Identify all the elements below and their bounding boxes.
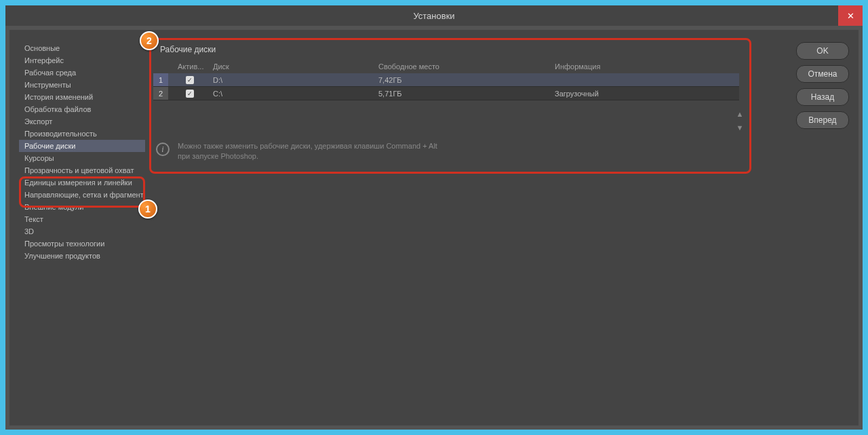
back-button[interactable]: Назад xyxy=(796,88,849,106)
sidebar-item-guides[interactable]: Направляющие, сетка и фрагменты xyxy=(19,189,145,201)
reorder-arrows: ▲ ▼ xyxy=(735,110,745,133)
table-row[interactable]: 2 ✓ C:\ 5,71ГБ Загрузочный xyxy=(153,87,739,100)
sidebar-item-transparency[interactable]: Прозрачность и цветовой охват xyxy=(19,164,145,176)
note-line: Можно также изменить рабочие диски, удер… xyxy=(178,141,437,151)
sidebar-item-type[interactable]: Текст xyxy=(19,213,145,225)
row-info: Загрузочный xyxy=(555,90,739,98)
row-number: 1 xyxy=(153,73,168,86)
header-info[interactable]: Информация xyxy=(555,62,739,71)
sidebar-item-product-improvement[interactable]: Улучшение продуктов xyxy=(19,250,145,262)
header-active[interactable]: Актив... xyxy=(168,62,202,71)
sidebar-item-performance[interactable]: Производительность xyxy=(19,128,145,140)
scratch-disks-panel: Рабочие диски Актив... Диск Свободное ме… xyxy=(153,42,788,100)
sidebar-item-history[interactable]: История изменений xyxy=(19,91,145,103)
row-free: 5,71ГБ xyxy=(378,90,555,98)
sidebar-item-3d[interactable]: 3D xyxy=(19,225,145,238)
move-up-button[interactable]: ▲ xyxy=(735,110,745,119)
preferences-window: Установки ✕ Основные Интерфейс Рабочая с… xyxy=(5,5,863,430)
dialog-buttons: OK Отмена Назад Вперед xyxy=(796,42,849,413)
sidebar-item-cursors[interactable]: Курсоры xyxy=(19,152,145,164)
active-checkbox[interactable]: ✓ xyxy=(186,90,194,98)
sidebar-item-tools[interactable]: Инструменты xyxy=(19,79,145,91)
main-panel: Рабочие диски Актив... Диск Свободное ме… xyxy=(153,42,788,413)
row-drive: C:\ xyxy=(202,90,378,98)
content-area: Основные Интерфейс Рабочая среда Инструм… xyxy=(9,30,859,425)
header-drive[interactable]: Диск xyxy=(202,62,378,71)
sidebar-item-units[interactable]: Единицы измерения и линейки xyxy=(19,176,145,189)
header-free[interactable]: Свободное место xyxy=(378,62,555,71)
callout-badge-2: 2 xyxy=(140,31,159,50)
cancel-button[interactable]: Отмена xyxy=(796,65,849,83)
forward-button[interactable]: Вперед xyxy=(796,111,849,129)
window-title: Установки xyxy=(413,11,454,21)
table-header: Актив... Диск Свободное место Информация xyxy=(153,60,739,73)
row-free: 7,42ГБ xyxy=(378,76,555,84)
sidebar-item-general[interactable]: Основные xyxy=(19,42,145,54)
titlebar: Установки ✕ xyxy=(5,5,863,26)
row-drive: D:\ xyxy=(202,76,378,84)
close-button[interactable]: ✕ xyxy=(838,5,863,26)
sidebar: Основные Интерфейс Рабочая среда Инструм… xyxy=(19,42,145,413)
sidebar-item-plugins[interactable]: Внешние модули xyxy=(19,201,145,213)
note-line: при запуске Photoshop. xyxy=(178,151,437,162)
sidebar-item-tech-previews[interactable]: Просмотры технологии xyxy=(19,238,145,250)
sidebar-item-file-handling[interactable]: Обработка файлов xyxy=(19,103,145,115)
sidebar-item-export[interactable]: Экспорт xyxy=(19,115,145,128)
active-checkbox[interactable]: ✓ xyxy=(186,76,194,84)
row-number: 2 xyxy=(153,87,168,100)
sidebar-item-interface[interactable]: Интерфейс xyxy=(19,54,145,67)
move-down-button[interactable]: ▼ xyxy=(735,124,745,133)
table-row[interactable]: 1 ✓ D:\ 7,42ГБ xyxy=(153,73,739,87)
sidebar-item-scratch-disks[interactable]: Рабочие диски xyxy=(19,140,145,152)
ok-button[interactable]: OK xyxy=(796,42,849,60)
info-icon: i xyxy=(156,143,170,156)
close-icon: ✕ xyxy=(847,11,854,21)
panel-title: Рабочие диски xyxy=(153,42,788,60)
info-note: i Можно также изменить рабочие диски, уд… xyxy=(153,141,788,162)
scratch-disks-table: Актив... Диск Свободное место Информация… xyxy=(153,60,739,100)
sidebar-item-workspace[interactable]: Рабочая среда xyxy=(19,67,145,79)
